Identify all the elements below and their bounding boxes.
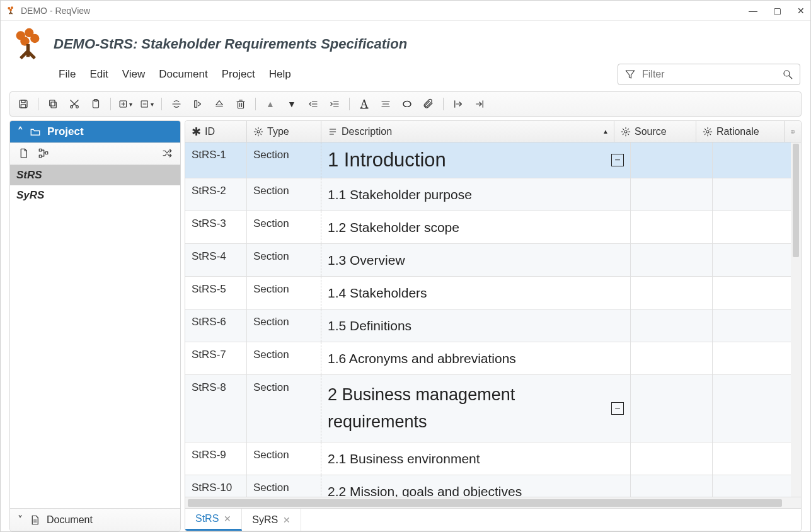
cell-rationale: [713, 475, 801, 497]
collapse-icon[interactable]: −: [611, 402, 624, 415]
cut-button[interactable]: [67, 97, 81, 111]
comment-button[interactable]: [400, 97, 414, 111]
add-button[interactable]: ▾: [118, 97, 132, 111]
svg-rect-29: [195, 101, 197, 108]
window-title: DEMO - ReqView: [21, 6, 90, 16]
cell-id: StRS-5: [185, 277, 247, 309]
asterisk-icon: ✱: [192, 125, 201, 139]
window-close-button[interactable]: ✕: [797, 6, 805, 16]
tab-syrs[interactable]: SyRS✕: [242, 509, 301, 531]
column-header-type[interactable]: Type: [247, 121, 321, 142]
tab-next-button[interactable]: [451, 97, 465, 111]
cell-rationale: [713, 309, 801, 342]
attach-button[interactable]: [422, 97, 435, 111]
column-header-rationale[interactable]: Rationale: [696, 121, 785, 142]
cell-type: Section: [247, 309, 321, 342]
tree-button[interactable]: [38, 147, 49, 161]
sidebar-header[interactable]: ˄ Project: [10, 121, 180, 142]
indent-button[interactable]: [328, 97, 342, 111]
table-row[interactable]: StRS-1Section1 Introduction−: [185, 142, 801, 178]
cell-rationale: [713, 244, 801, 276]
move-up-button[interactable]: ▲: [263, 97, 277, 111]
column-header-description[interactable]: Description ▲: [321, 121, 614, 142]
outdent-button[interactable]: [306, 97, 320, 111]
font-button[interactable]: A: [357, 97, 371, 111]
shuffle-button[interactable]: [161, 147, 173, 161]
sidebar-header-label: Project: [47, 125, 84, 138]
filter-icon: [624, 69, 636, 80]
menu-help[interactable]: Help: [269, 68, 291, 81]
grid-header: ✱ ID Type Description ▲ Source: [185, 121, 801, 142]
sidebar-item-syrs[interactable]: SyRS: [10, 185, 180, 205]
delete-button[interactable]: [234, 97, 248, 111]
table-row[interactable]: StRS-6Section1.5 Definitions: [185, 309, 801, 342]
table-row[interactable]: StRS-7Section1.6 Acronyms and abbreviati…: [185, 342, 801, 375]
save-button[interactable]: [16, 97, 30, 111]
cell-description: 1.2 Stakeholder scope: [321, 211, 631, 243]
align-button[interactable]: [379, 97, 393, 111]
sidebar-footer[interactable]: ˅ Document: [10, 508, 180, 531]
new-file-button[interactable]: [18, 147, 29, 161]
table-row[interactable]: StRS-8Section2 Business management requi…: [185, 375, 801, 442]
move-right-button[interactable]: [191, 97, 205, 111]
cell-type: Section: [247, 342, 321, 374]
move-down-button[interactable]: ▼: [285, 97, 299, 111]
cell-id: StRS-9: [185, 442, 247, 475]
vertical-scrollbar[interactable]: [791, 142, 801, 497]
sidebar-item-strs[interactable]: StRS: [10, 165, 180, 185]
strikethrough-button[interactable]: [170, 97, 183, 111]
folder-open-icon: [30, 126, 41, 137]
table-row[interactable]: StRS-4Section1.3 Overview: [185, 244, 801, 277]
menubar: FileEditViewDocumentProjectHelp: [59, 68, 291, 81]
table-row[interactable]: StRS-5Section1.4 Stakeholders: [185, 277, 801, 309]
tab-close-icon[interactable]: ✕: [224, 514, 231, 524]
tab-label: StRS: [195, 513, 219, 524]
cell-rationale: [713, 442, 801, 475]
column-header-source[interactable]: Source: [614, 121, 696, 142]
horizontal-scrollbar[interactable]: [185, 497, 801, 508]
cell-source: [631, 142, 713, 178]
filter-input[interactable]: [642, 69, 776, 80]
menu-view[interactable]: View: [122, 68, 146, 81]
tab-close-icon[interactable]: ✕: [283, 515, 290, 525]
menu-document[interactable]: Document: [159, 68, 207, 81]
copy-button[interactable]: [46, 97, 60, 111]
filter-box[interactable]: [618, 64, 800, 85]
paste-button[interactable]: [89, 97, 103, 111]
cell-id: StRS-3: [185, 211, 247, 243]
cell-rationale: [713, 342, 801, 374]
cell-id: StRS-10: [185, 475, 247, 497]
window-minimize-button[interactable]: —: [749, 6, 757, 16]
column-settings-button[interactable]: [785, 121, 801, 142]
document-icon: [29, 514, 40, 526]
cell-source: [631, 442, 713, 475]
column-header-id-label: ID: [205, 126, 215, 137]
cell-description: 1.3 Overview: [321, 244, 631, 276]
eject-button[interactable]: [212, 97, 226, 111]
table-row[interactable]: StRS-9Section2.1 Business environment: [185, 442, 801, 475]
svg-point-59: [624, 130, 627, 133]
table-row[interactable]: StRS-3Section1.2 Stakeholder scope: [185, 211, 801, 244]
menu-project[interactable]: Project: [222, 68, 255, 81]
tab-strs[interactable]: StRS✕: [185, 509, 242, 531]
window-maximize-button[interactable]: ▢: [773, 6, 781, 16]
chevron-up-icon: ˄: [18, 125, 23, 139]
cell-rationale: [713, 277, 801, 309]
menu-edit[interactable]: Edit: [89, 68, 108, 81]
grid-body[interactable]: StRS-1Section1 Introduction−StRS-2Sectio…: [185, 142, 801, 497]
sidebar-list: StRSSyRS: [10, 165, 180, 508]
tab-end-button[interactable]: [473, 97, 486, 111]
svg-rect-13: [21, 100, 25, 103]
column-header-id[interactable]: ✱ ID: [185, 121, 247, 142]
menu-file[interactable]: File: [59, 68, 76, 81]
column-header-type-label: Type: [267, 126, 289, 137]
cell-type: Section: [247, 178, 321, 211]
table-row[interactable]: StRS-10Section2.2 Mission, goals and obj…: [185, 475, 801, 497]
cell-description: 1.1 Stakeholder purpose: [321, 178, 631, 211]
table-row[interactable]: StRS-2Section1.1 Stakeholder purpose: [185, 178, 801, 211]
collapse-icon[interactable]: −: [611, 154, 624, 166]
remove-button[interactable]: ▾: [140, 97, 154, 111]
svg-rect-32: [238, 101, 244, 108]
cell-description: 2.2 Mission, goals and objectives: [321, 475, 631, 497]
cell-id: StRS-7: [185, 342, 247, 374]
